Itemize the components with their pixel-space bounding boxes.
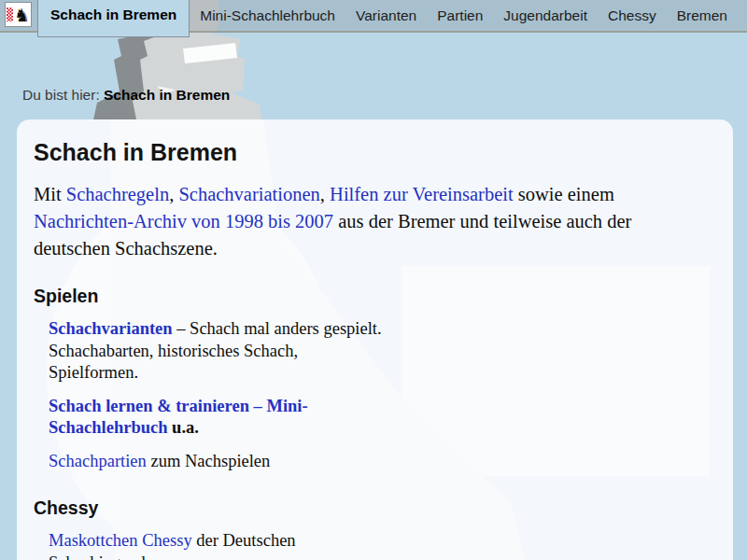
tab-varianten[interactable]: Varianten bbox=[345, 0, 427, 31]
tab-schach-in-bremen[interactable]: Schach in Bremen bbox=[37, 0, 190, 37]
tab-jugendarbeit[interactable]: Jugendarbeit bbox=[493, 0, 598, 31]
link-hilfen-vereinsarbeit[interactable]: Hilfen zur Vereinsarbeit bbox=[330, 184, 514, 204]
intro-paragraph: Mit Schachregeln, Schachvariationen, Hil… bbox=[34, 181, 665, 262]
intro-text: sowie einem bbox=[514, 184, 614, 204]
link-maskottchen-chessy[interactable]: Maskottchen Chessy bbox=[49, 531, 192, 550]
intro-text: Mit bbox=[34, 184, 66, 204]
tab-bremen[interactable]: Bremen bbox=[667, 0, 738, 31]
section-heading-chessy: Chessy bbox=[34, 498, 716, 518]
list-item: Schachpartien zum Nachspielen bbox=[49, 451, 388, 473]
section-heading-spielen: Spielen bbox=[34, 287, 716, 306]
list-item: Maskottchen Chessy der Deutschen Schachj… bbox=[49, 530, 388, 560]
site-logo[interactable]: ♞ bbox=[5, 2, 32, 27]
page-title: Schach in Bremen bbox=[34, 140, 716, 165]
tab-chessy[interactable]: Chessy bbox=[598, 0, 667, 31]
intro-text: , bbox=[169, 184, 178, 204]
spielen-link-list: Schachvarianten – Schach mal anders gesp… bbox=[49, 318, 388, 472]
breadcrumb-current: Schach in Bremen bbox=[104, 87, 230, 103]
tab-partien[interactable]: Partien bbox=[427, 0, 493, 31]
top-navigation: ♞ Schach in Bremen Mini-Schachlehrbuch V… bbox=[0, 0, 747, 33]
link-nachrichten-archiv[interactable]: Nachrichten-Archiv von 1998 bis 2007 bbox=[34, 211, 333, 231]
tab-mini-schachlehrbuch[interactable]: Mini-Schachlehrbuch bbox=[190, 0, 345, 31]
bremen-flag-icon bbox=[7, 5, 13, 24]
link-schachvarianten[interactable]: Schachvarianten bbox=[49, 319, 173, 338]
list-item-text: zum Nachspielen bbox=[147, 452, 271, 470]
breadcrumb: Du bist hier: Schach in Bremen bbox=[22, 87, 230, 104]
link-schachvariationen[interactable]: Schachvariationen bbox=[178, 184, 319, 204]
list-item-text: u.a. bbox=[167, 418, 198, 437]
knight-icon: ♞ bbox=[14, 7, 30, 23]
link-schachpartien[interactable]: Schachpartien bbox=[49, 452, 147, 470]
breadcrumb-prefix: Du bist hier: bbox=[22, 87, 100, 103]
content-card: Schach in Bremen Mit Schachregeln, Schac… bbox=[17, 119, 733, 560]
list-item: Schachvarianten – Schach mal anders gesp… bbox=[49, 318, 388, 385]
intro-text: , bbox=[320, 184, 330, 204]
list-item: Schach lernen & trainieren – Mini-Schach… bbox=[49, 396, 388, 440]
chessy-link-list: Maskottchen Chessy der Deutschen Schachj… bbox=[49, 530, 388, 560]
link-schachregeln[interactable]: Schachregeln bbox=[66, 184, 169, 204]
